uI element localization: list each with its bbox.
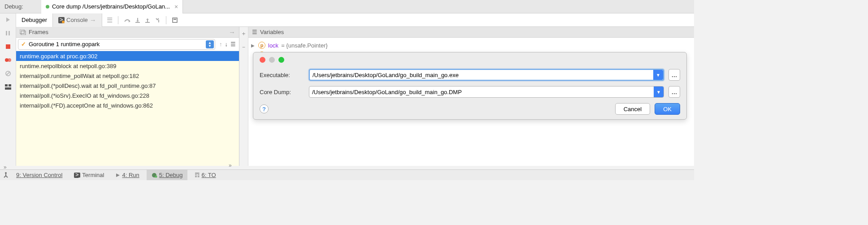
down-icon[interactable]: ↓ (224, 41, 230, 48)
stack-row[interactable]: runtime.netpollblock at netpoll.go:389 (16, 61, 239, 71)
vars-pane: ☰ Variables ▶ p lock = {unsafe.Pointer} … (248, 27, 694, 166)
ok-button[interactable]: OK (655, 103, 680, 115)
executable-label: Executable: (260, 72, 304, 78)
threads-icon[interactable]: ☰ (107, 16, 113, 24)
coredump-label: Core Dump: (260, 89, 304, 95)
minimize-window-icon[interactable] (269, 57, 275, 63)
minus-icon[interactable]: － (241, 43, 247, 51)
dropdown-icon[interactable]: ▼ (654, 87, 664, 97)
stack-row[interactable]: internal/poll.runtime_pollWait at netpol… (16, 71, 239, 81)
svg-rect-19 (174, 19, 176, 20)
content: Debugger >_ Console → ☰ Frame (16, 13, 694, 166)
tab-console[interactable]: >_ Console → (53, 13, 102, 27)
bug-icon (151, 173, 157, 178)
rerun-icon[interactable] (4, 16, 12, 23)
svg-rect-18 (173, 18, 177, 22)
mute-icon[interactable] (4, 70, 12, 77)
stack-row[interactable]: internal/poll.(*FD).acceptOne at fd_wind… (16, 100, 239, 110)
svg-point-26 (155, 175, 157, 177)
help-icon[interactable]: ? (260, 104, 269, 113)
goroutine-select[interactable]: ✓ Goroutine 1 runtime.gopark ▲▼ (18, 39, 215, 50)
step-into-icon[interactable] (135, 17, 141, 23)
close-icon[interactable]: × (174, 3, 178, 10)
expand-icon[interactable]: ▶ (251, 43, 256, 48)
stack-row[interactable]: runtime.gopark at proc.go:302 (16, 51, 239, 61)
svg-rect-21 (21, 31, 26, 35)
svg-point-12 (62, 21, 65, 23)
svg-rect-2 (6, 44, 10, 49)
frames-pane: Frames → ✓ Goroutine 1 runtime.gopark ▲▼… (16, 27, 239, 166)
browse-button[interactable]: … (668, 86, 680, 98)
expand-icon[interactable]: » (229, 162, 232, 169)
svg-rect-8 (9, 84, 11, 87)
stack-row[interactable]: internal/poll.(*ioSrv).ExecIO at fd_wind… (16, 91, 239, 100)
bottom-todo[interactable]: ☶ 6: TO (190, 170, 221, 181)
todo-icon: ☶ (195, 172, 200, 178)
step-out-icon[interactable] (144, 17, 151, 23)
play-icon (116, 173, 120, 177)
main-area: Debugger >_ Console → ☰ Frame (0, 13, 694, 166)
status-dot-icon (46, 5, 49, 9)
header-tab-label: Core dump /Users/jetbrains/Desktop/GoLan… (52, 3, 170, 10)
cancel-button[interactable]: Cancel (615, 103, 650, 115)
svg-rect-0 (6, 31, 7, 35)
dropdown-icon[interactable]: ▼ (653, 70, 663, 80)
svg-text:>_: >_ (75, 173, 80, 178)
bottom-run[interactable]: 4: Run (111, 170, 143, 181)
var-row[interactable]: ▶ p lock = {unsafe.Pointer} (251, 40, 691, 50)
zoom-window-icon[interactable] (278, 57, 284, 63)
left-sidebar (0, 13, 16, 166)
stack-icon[interactable]: ☰ (229, 41, 237, 48)
close-window-icon[interactable] (260, 57, 265, 63)
debug-label: Debug: (0, 3, 28, 10)
coredump-input[interactable]: /Users/jetbrains/Desktop/GoLand/go_build… (309, 86, 664, 98)
svg-rect-20 (20, 30, 24, 34)
window-controls (260, 57, 680, 63)
updown-icon[interactable]: ▲▼ (206, 40, 214, 48)
pause-icon[interactable] (4, 30, 12, 37)
p-badge-icon: p (258, 42, 265, 49)
arrow-right-icon: → (90, 16, 96, 24)
panes: Frames → ✓ Goroutine 1 runtime.gopark ▲▼… (16, 27, 694, 166)
list-icon: ☰ (252, 29, 257, 35)
svg-point-4 (8, 58, 11, 62)
arrow-right-icon[interactable]: → (229, 28, 235, 36)
up-icon[interactable]: ↑ (218, 41, 224, 48)
bottom-bar: 9: Version Control >_ Terminal 4: Run 5:… (0, 169, 694, 180)
vars-area: ＋ － ☰ Variables ▶ p lock = {unsafe.Point… (239, 27, 694, 166)
bottom-debug[interactable]: 5: Debug (147, 170, 187, 181)
vcs-icon (3, 172, 9, 178)
header-tab[interactable]: Core dump /Users/jetbrains/Desktop/GoLan… (41, 0, 183, 13)
step-over-icon[interactable] (124, 17, 131, 23)
bottom-terminal[interactable]: >_ Terminal (69, 170, 108, 181)
svg-rect-1 (9, 31, 10, 35)
check-icon: ✓ (21, 41, 26, 48)
layout-icon[interactable] (4, 83, 12, 91)
stack-row[interactable]: internal/poll.(*pollDesc).wait at fd_pol… (16, 81, 239, 91)
breakpoints-icon[interactable] (4, 56, 12, 64)
mid-sidebar: ＋ － (239, 27, 248, 166)
svg-rect-7 (5, 84, 8, 87)
evaluate-icon[interactable] (172, 17, 178, 23)
frames-header: Frames → (16, 27, 239, 38)
console-icon: >_ (58, 17, 65, 23)
goroutine-row: ✓ Goroutine 1 runtime.gopark ▲▼ ↑ ↓ ☰ (16, 38, 239, 51)
run-to-cursor-icon[interactable] (154, 17, 161, 23)
plus-icon[interactable]: ＋ (241, 30, 247, 38)
executable-input[interactable]: /Users/jetbrains/Desktop/GoLand/go_build… (309, 69, 664, 81)
terminal-icon: >_ (74, 173, 80, 178)
debug-header: Debug: Core dump /Users/jetbrains/Deskto… (0, 0, 694, 13)
frames-icon (20, 30, 26, 35)
core-dump-dialog: Executable: /Users/jetbrains/Desktop/GoL… (253, 52, 687, 120)
vars-header: ☰ Variables (248, 27, 694, 38)
svg-rect-9 (5, 87, 11, 90)
stop-icon[interactable] (4, 43, 12, 50)
tab-debugger[interactable]: Debugger (16, 13, 53, 27)
svg-point-22 (5, 172, 7, 174)
vars-body: ▶ p lock = {unsafe.Pointer} p reason = {… (248, 38, 694, 166)
svg-line-6 (6, 72, 10, 75)
stack-list: runtime.gopark at proc.go:302 runtime.ne… (16, 51, 239, 166)
browse-button[interactable]: … (668, 69, 680, 81)
bottom-vcs[interactable]: 9: Version Control (12, 170, 67, 181)
debug-toolbar: Debugger >_ Console → ☰ (16, 13, 694, 27)
